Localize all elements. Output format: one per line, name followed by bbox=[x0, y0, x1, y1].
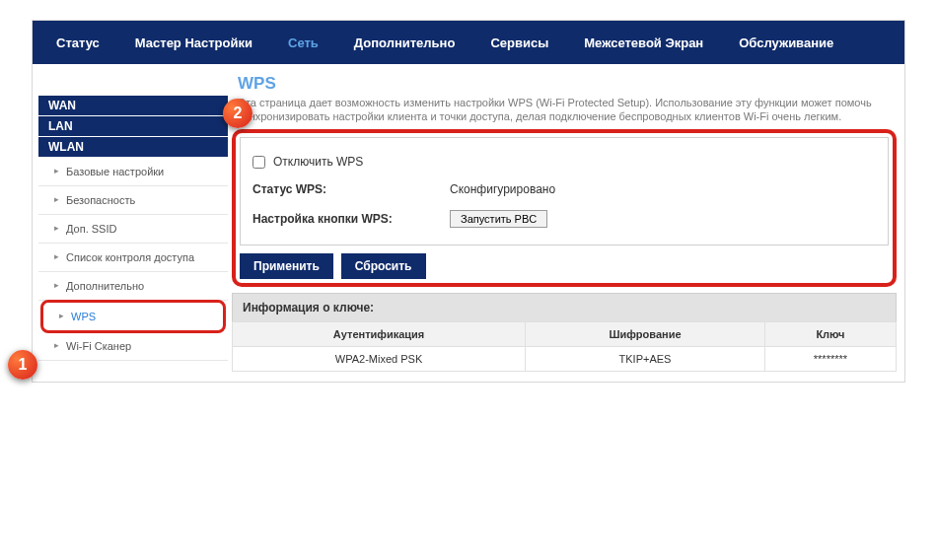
sidebar-header-lan[interactable]: LAN bbox=[38, 116, 228, 136]
nav-wizard[interactable]: Мастер Настройки bbox=[117, 21, 270, 64]
sidebar-item-scanner[interactable]: Wi-Fi Сканер bbox=[38, 332, 228, 361]
disable-wps-row: Отключить WPS bbox=[252, 148, 876, 175]
start-pbc-button[interactable]: Запустить PBC bbox=[450, 210, 547, 228]
reset-button[interactable]: Сбросить bbox=[341, 253, 426, 279]
sidebar-item-ssid[interactable]: Доп. SSID bbox=[38, 215, 228, 244]
key-info-header: Информация о ключе: bbox=[232, 293, 897, 321]
wps-status-row: Статус WPS: Сконфигурировано bbox=[252, 175, 876, 203]
nav-maintenance[interactable]: Обслуживание bbox=[721, 21, 851, 64]
wps-status-value: Сконфигурировано bbox=[450, 182, 555, 196]
button-bar: Применить Сбросить bbox=[240, 253, 889, 279]
sidebar-item-wps[interactable]: WPS bbox=[40, 300, 226, 333]
pbc-row: Настройка кнопки WPS: Запустить PBC bbox=[252, 203, 876, 235]
col-key: Ключ bbox=[764, 322, 896, 347]
annotation-callout-1: 1 bbox=[8, 350, 37, 380]
disable-wps-checkbox[interactable] bbox=[252, 156, 265, 169]
wps-status-label: Статус WPS: bbox=[252, 182, 450, 196]
sidebar-header-wlan[interactable]: WLAN bbox=[38, 137, 228, 157]
col-auth: Аутентификация bbox=[233, 322, 526, 347]
nav-firewall[interactable]: Межсетевой Экран bbox=[566, 21, 721, 64]
content-area: WPS Эта страница дает возможность измени… bbox=[228, 64, 904, 382]
wps-settings-panel: Отключить WPS Статус WPS: Сконфигурирова… bbox=[240, 137, 889, 245]
sidebar-item-security[interactable]: Безопасность bbox=[38, 186, 228, 215]
main-frame: Статус Мастер Настройки Сеть Дополнитель… bbox=[32, 20, 905, 383]
disable-wps-label: Отключить WPS bbox=[273, 155, 363, 169]
key-info-table: Аутентификация Шифрование Ключ WPA2-Mixe… bbox=[232, 321, 897, 372]
pbc-label: Настройка кнопки WPS: bbox=[252, 212, 450, 226]
col-enc: Шифрование bbox=[526, 322, 765, 347]
settings-highlight-box: Отключить WPS Статус WPS: Сконфигурирова… bbox=[232, 129, 897, 287]
annotation-callout-2: 2 bbox=[223, 99, 252, 128]
page-description: Эта страница дает возможность изменить н… bbox=[238, 96, 897, 123]
nav-status[interactable]: Статус bbox=[38, 21, 117, 64]
cell-auth: WPA2-Mixed PSK bbox=[233, 347, 526, 372]
sidebar-item-advanced[interactable]: Дополнительно bbox=[38, 272, 228, 301]
apply-button[interactable]: Применить bbox=[240, 253, 333, 279]
nav-advanced[interactable]: Дополнительно bbox=[336, 21, 473, 64]
sidebar: WAN LAN WLAN Базовые настройки Безопасно… bbox=[33, 64, 228, 361]
table-header-row: Аутентификация Шифрование Ключ bbox=[233, 322, 897, 347]
table-row: WPA2-Mixed PSK TKIP+AES ******** bbox=[233, 347, 897, 372]
nav-network[interactable]: Сеть bbox=[270, 21, 336, 64]
sidebar-item-acl[interactable]: Список контроля доступа bbox=[38, 244, 228, 272]
page-title: WPS bbox=[238, 74, 897, 94]
nav-services[interactable]: Сервисы bbox=[472, 21, 566, 64]
top-nav: Статус Мастер Настройки Сеть Дополнитель… bbox=[33, 21, 904, 64]
cell-enc: TKIP+AES bbox=[526, 347, 765, 372]
sidebar-item-basic[interactable]: Базовые настройки bbox=[38, 158, 228, 186]
sidebar-header-wan[interactable]: WAN bbox=[38, 96, 228, 115]
cell-key: ******** bbox=[764, 347, 896, 372]
